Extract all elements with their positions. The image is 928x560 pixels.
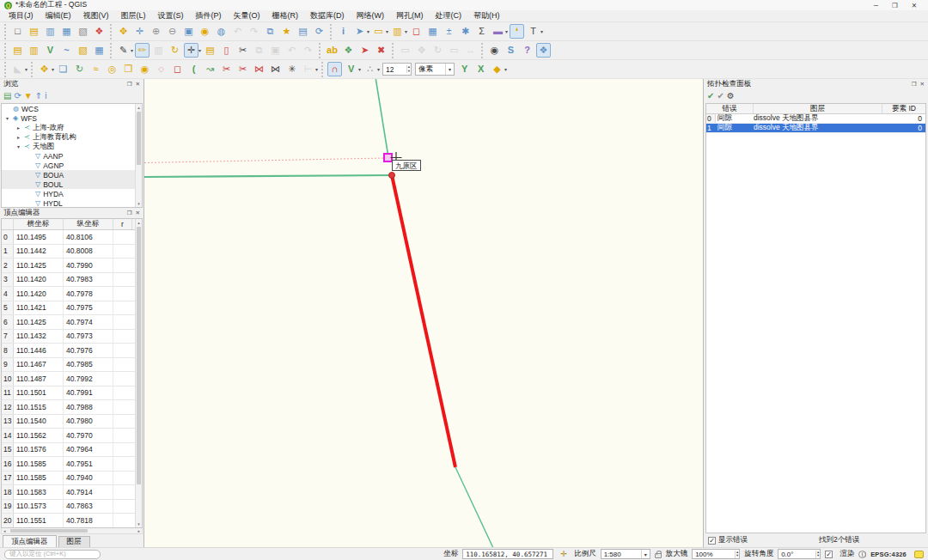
- vertex-column-header[interactable]: [2, 219, 14, 229]
- offset-curve-button[interactable]: (: [186, 62, 201, 76]
- add-ring-button[interactable]: ◎: [105, 62, 119, 76]
- browser-item[interactable]: ▾◈WFS: [2, 113, 142, 123]
- toggle-editing-button[interactable]: ✏: [135, 43, 150, 58]
- enable-snapping-button[interactable]: ∩: [327, 62, 342, 76]
- vertex-x-cell[interactable]: 110.1495: [14, 230, 64, 244]
- topology-column-header[interactable]: 错误: [706, 104, 754, 113]
- expander-icon[interactable]: ▸: [15, 134, 21, 140]
- vertex-row[interactable]: 16110.158540.7951: [2, 457, 135, 472]
- layer-diagram-button[interactable]: ❖: [341, 43, 356, 58]
- metasearch-button[interactable]: ◉: [487, 43, 502, 58]
- vertex-r-cell[interactable]: [113, 472, 132, 485]
- processing-toolbox-button[interactable]: ✱: [458, 24, 473, 39]
- vertex-row[interactable]: 8110.144640.7976: [2, 344, 135, 358]
- layer-labeling-button[interactable]: ab: [325, 43, 339, 58]
- validate-extent-button[interactable]: ✔: [717, 92, 723, 100]
- vertex-r-cell[interactable]: [113, 230, 132, 244]
- expander-icon[interactable]: ▾: [15, 143, 21, 149]
- vertex-x-cell[interactable]: 110.1540: [14, 415, 64, 429]
- vertex-x-cell[interactable]: 110.1576: [14, 443, 64, 457]
- browser-item[interactable]: ▽AGNP: [2, 161, 142, 170]
- vertex-r-cell[interactable]: [113, 500, 132, 514]
- vertex-y-cell[interactable]: 40.7988: [64, 400, 113, 414]
- vertex-x-cell[interactable]: 110.1585: [14, 472, 64, 485]
- vertex-x-cell[interactable]: 110.1585: [14, 457, 64, 471]
- new-mesh-layer-button[interactable]: ▦: [92, 43, 107, 58]
- expander-icon[interactable]: ▾: [4, 115, 10, 121]
- zoom-to-selection-button[interactable]: ◉: [198, 24, 212, 39]
- enable-cad-tools-button[interactable]: ◣: [10, 62, 25, 76]
- vertex-row[interactable]: 13110.154040.7980: [2, 415, 135, 429]
- vertex-r-cell[interactable]: [113, 514, 132, 527]
- copy-and-move-feature-button[interactable]: ❏: [56, 62, 70, 76]
- browser-item[interactable]: ▽BOUA: [2, 170, 142, 180]
- scroll-left-icon[interactable]: ◂: [2, 528, 8, 533]
- save-layer-edits-button[interactable]: ▥: [151, 43, 166, 58]
- measure-dropdown[interactable]: ▾: [505, 28, 508, 34]
- scroll-up-icon[interactable]: ▴: [136, 104, 142, 111]
- new-shapefile-layer-button[interactable]: ▥: [27, 43, 41, 58]
- vertex-r-cell[interactable]: [113, 415, 132, 429]
- vertex-editor-close-button[interactable]: ✕: [136, 210, 140, 216]
- statistics-panel-button[interactable]: Σ: [474, 24, 489, 39]
- move-feature-dropdown[interactable]: ▾: [52, 66, 54, 72]
- vertex-x-cell[interactable]: 110.1421: [14, 301, 64, 315]
- validate-all-button[interactable]: ✔: [707, 92, 714, 100]
- topology-float-button[interactable]: ❐: [912, 81, 917, 88]
- simplify-feature-button[interactable]: ≈: [89, 62, 103, 76]
- vertex-row[interactable]: 1110.144240.8008: [2, 245, 135, 259]
- menu-item[interactable]: 矢量(O): [228, 9, 266, 22]
- vertex-scrollbar[interactable]: ▴ ▾: [135, 219, 142, 527]
- extent-icon[interactable]: ✛: [559, 549, 569, 559]
- measure-button[interactable]: ▬: [491, 24, 505, 39]
- vertex-r-cell[interactable]: [113, 387, 132, 400]
- snapping-mode-button[interactable]: V: [344, 62, 358, 76]
- vertex-tool-button[interactable]: ✛: [184, 43, 198, 58]
- browser-item[interactable]: ▾≺天地图: [2, 142, 142, 151]
- vertex-x-cell[interactable]: 110.1446: [14, 344, 64, 357]
- pin-labels-button[interactable]: ➤: [357, 43, 372, 58]
- properties-widget-button[interactable]: i: [45, 92, 46, 100]
- magnifier-spinner[interactable]: 100% ▴▾: [692, 549, 740, 559]
- undo-button[interactable]: ↶: [284, 43, 299, 58]
- vertex-row[interactable]: 19110.157340.7863: [2, 500, 135, 514]
- unpin-labels-button[interactable]: ✖: [374, 43, 388, 58]
- vertex-row[interactable]: 14110.156240.7970: [2, 429, 135, 443]
- new-map-view-button[interactable]: ⧉: [263, 24, 278, 39]
- vertex-y-cell[interactable]: 40.7964: [64, 443, 113, 457]
- vertex-y-cell[interactable]: 40.7975: [64, 301, 113, 315]
- save-project-button[interactable]: ▥: [43, 24, 58, 39]
- vertex-r-cell[interactable]: [113, 443, 132, 457]
- vertex-x-cell[interactable]: 110.1551: [14, 514, 64, 527]
- vertex-row[interactable]: 5110.142140.7975: [2, 301, 135, 316]
- fill-ring-button[interactable]: ◉: [137, 62, 152, 76]
- vertex-r-cell[interactable]: [113, 372, 132, 386]
- menu-item[interactable]: 项目(J): [3, 9, 40, 22]
- resize-label-button[interactable]: ↔: [463, 43, 478, 58]
- browser-item[interactable]: ▽AANP: [2, 151, 142, 161]
- vertex-y-cell[interactable]: 40.8106: [64, 230, 113, 244]
- vertex-r-cell[interactable]: [113, 457, 132, 471]
- vertex-x-cell[interactable]: 110.1442: [14, 245, 64, 259]
- expander-icon[interactable]: ▸: [15, 125, 21, 131]
- add-part-button[interactable]: ❒: [121, 62, 136, 76]
- menu-item[interactable]: 编辑(E): [40, 9, 77, 22]
- new-spatial-bookmark-button[interactable]: ★: [279, 24, 294, 39]
- vertex-column-header[interactable]: r: [113, 219, 132, 229]
- vertex-x-cell[interactable]: 110.1487: [14, 372, 64, 386]
- vertex-y-cell[interactable]: 40.7974: [64, 315, 113, 329]
- merge-attributes-button[interactable]: ⋈: [268, 62, 283, 76]
- browser-float-button[interactable]: ❐: [127, 81, 132, 88]
- menu-item[interactable]: 设置(S): [152, 9, 190, 22]
- vertex-x-cell[interactable]: 110.1420: [14, 287, 64, 301]
- chevron-down-icon[interactable]: ▾: [445, 64, 454, 75]
- merge-features-button[interactable]: ⋈: [252, 62, 266, 76]
- pan-map-button[interactable]: ✥: [116, 24, 131, 39]
- vertex-y-cell[interactable]: 40.7818: [64, 514, 113, 527]
- field-calculator-button[interactable]: ±: [442, 24, 456, 39]
- text-annotation-button[interactable]: T: [526, 24, 540, 39]
- browser-scrollbar[interactable]: ▴ ▾: [135, 104, 142, 207]
- select-by-value-button[interactable]: ▥: [390, 24, 405, 39]
- vertex-x-cell[interactable]: 110.1562: [14, 429, 64, 442]
- delete-part-button[interactable]: ◻: [170, 62, 185, 76]
